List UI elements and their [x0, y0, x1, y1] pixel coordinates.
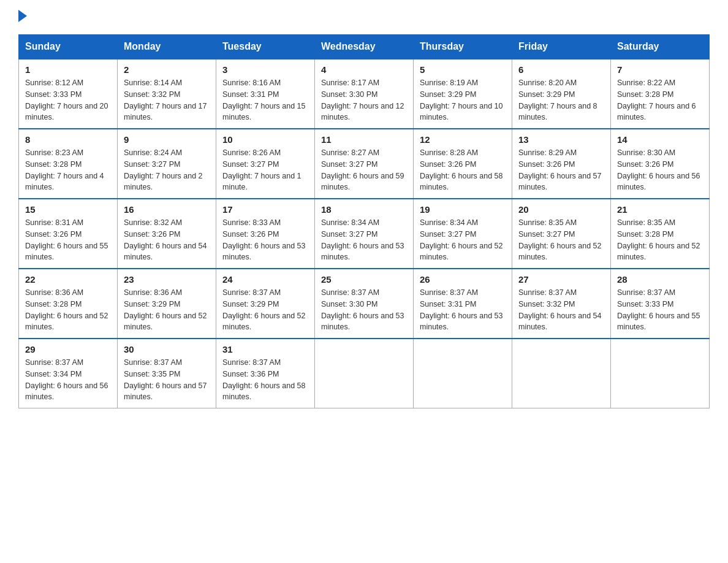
calendar-cell: 29 Sunrise: 8:37 AM Sunset: 3:34 PM Dayl…	[19, 339, 118, 408]
day-number: 16	[124, 204, 210, 215]
calendar-week-1: 1 Sunrise: 8:12 AM Sunset: 3:33 PM Dayli…	[19, 59, 710, 129]
day-number: 21	[617, 204, 703, 215]
day-info: Sunrise: 8:27 AM Sunset: 3:27 PM Dayligh…	[321, 147, 407, 193]
calendar-week-4: 22 Sunrise: 8:36 AM Sunset: 3:28 PM Dayl…	[19, 269, 710, 339]
day-info: Sunrise: 8:23 AM Sunset: 3:28 PM Dayligh…	[25, 147, 111, 193]
logo-triangle-icon	[18, 10, 27, 22]
calendar-cell	[611, 339, 710, 408]
calendar-cell: 12 Sunrise: 8:28 AM Sunset: 3:26 PM Dayl…	[414, 129, 512, 199]
calendar-cell: 13 Sunrise: 8:29 AM Sunset: 3:26 PM Dayl…	[512, 129, 611, 199]
weekday-header-thursday: Thursday	[414, 35, 512, 59]
calendar-cell: 18 Sunrise: 8:34 AM Sunset: 3:27 PM Dayl…	[315, 199, 414, 269]
calendar-cell: 25 Sunrise: 8:37 AM Sunset: 3:30 PM Dayl…	[315, 269, 414, 339]
day-number: 20	[518, 204, 604, 215]
calendar-cell: 11 Sunrise: 8:27 AM Sunset: 3:27 PM Dayl…	[315, 129, 414, 199]
calendar-cell: 19 Sunrise: 8:34 AM Sunset: 3:27 PM Dayl…	[414, 199, 512, 269]
day-info: Sunrise: 8:34 AM Sunset: 3:27 PM Dayligh…	[321, 217, 407, 263]
day-info: Sunrise: 8:37 AM Sunset: 3:35 PM Dayligh…	[124, 357, 210, 403]
day-info: Sunrise: 8:37 AM Sunset: 3:31 PM Dayligh…	[420, 287, 506, 333]
day-number: 27	[518, 274, 604, 285]
calendar-cell: 30 Sunrise: 8:37 AM Sunset: 3:35 PM Dayl…	[118, 339, 216, 408]
day-info: Sunrise: 8:36 AM Sunset: 3:28 PM Dayligh…	[25, 287, 111, 333]
calendar-cell: 2 Sunrise: 8:14 AM Sunset: 3:32 PM Dayli…	[118, 59, 216, 129]
calendar-cell: 8 Sunrise: 8:23 AM Sunset: 3:28 PM Dayli…	[19, 129, 118, 199]
day-number: 9	[124, 134, 210, 145]
day-number: 29	[25, 344, 111, 354]
day-info: Sunrise: 8:26 AM Sunset: 3:27 PM Dayligh…	[222, 147, 308, 193]
day-number: 22	[25, 274, 111, 285]
weekday-header-sunday: Sunday	[19, 35, 118, 59]
day-info: Sunrise: 8:12 AM Sunset: 3:33 PM Dayligh…	[25, 77, 111, 123]
calendar-cell: 26 Sunrise: 8:37 AM Sunset: 3:31 PM Dayl…	[414, 269, 512, 339]
logo-line1	[18, 12, 27, 22]
day-info: Sunrise: 8:14 AM Sunset: 3:32 PM Dayligh…	[124, 77, 210, 123]
day-info: Sunrise: 8:20 AM Sunset: 3:29 PM Dayligh…	[518, 77, 604, 123]
day-info: Sunrise: 8:37 AM Sunset: 3:30 PM Dayligh…	[321, 287, 407, 333]
calendar-cell: 28 Sunrise: 8:37 AM Sunset: 3:33 PM Dayl…	[611, 269, 710, 339]
day-info: Sunrise: 8:17 AM Sunset: 3:30 PM Dayligh…	[321, 77, 407, 123]
day-number: 30	[124, 344, 210, 354]
day-number: 1	[25, 64, 111, 75]
calendar-cell: 23 Sunrise: 8:36 AM Sunset: 3:29 PM Dayl…	[118, 269, 216, 339]
calendar-body: 1 Sunrise: 8:12 AM Sunset: 3:33 PM Dayli…	[19, 59, 710, 408]
calendar-cell: 3 Sunrise: 8:16 AM Sunset: 3:31 PM Dayli…	[216, 59, 315, 129]
weekday-header-tuesday: Tuesday	[216, 35, 315, 59]
calendar-week-2: 8 Sunrise: 8:23 AM Sunset: 3:28 PM Dayli…	[19, 129, 710, 199]
day-info: Sunrise: 8:35 AM Sunset: 3:27 PM Dayligh…	[518, 217, 604, 263]
day-number: 26	[420, 274, 506, 285]
day-number: 2	[124, 64, 210, 75]
day-number: 13	[518, 134, 604, 145]
day-info: Sunrise: 8:33 AM Sunset: 3:26 PM Dayligh…	[222, 217, 308, 263]
day-info: Sunrise: 8:16 AM Sunset: 3:31 PM Dayligh…	[222, 77, 308, 123]
day-number: 23	[124, 274, 210, 285]
calendar-cell: 14 Sunrise: 8:30 AM Sunset: 3:26 PM Dayl…	[611, 129, 710, 199]
calendar-cell: 31 Sunrise: 8:37 AM Sunset: 3:36 PM Dayl…	[216, 339, 315, 408]
day-info: Sunrise: 8:37 AM Sunset: 3:32 PM Dayligh…	[518, 287, 604, 333]
page-header	[18, 12, 710, 22]
calendar-cell	[512, 339, 611, 408]
calendar-table: SundayMondayTuesdayWednesdayThursdayFrid…	[18, 34, 710, 408]
day-info: Sunrise: 8:37 AM Sunset: 3:34 PM Dayligh…	[25, 357, 111, 403]
day-info: Sunrise: 8:30 AM Sunset: 3:26 PM Dayligh…	[617, 147, 703, 193]
day-info: Sunrise: 8:34 AM Sunset: 3:27 PM Dayligh…	[420, 217, 506, 263]
day-number: 3	[222, 64, 308, 75]
calendar-cell: 15 Sunrise: 8:31 AM Sunset: 3:26 PM Dayl…	[19, 199, 118, 269]
calendar-cell: 10 Sunrise: 8:26 AM Sunset: 3:27 PM Dayl…	[216, 129, 315, 199]
day-info: Sunrise: 8:19 AM Sunset: 3:29 PM Dayligh…	[420, 77, 506, 123]
calendar-cell: 5 Sunrise: 8:19 AM Sunset: 3:29 PM Dayli…	[414, 59, 512, 129]
weekday-header-row: SundayMondayTuesdayWednesdayThursdayFrid…	[19, 35, 710, 59]
calendar-cell: 1 Sunrise: 8:12 AM Sunset: 3:33 PM Dayli…	[19, 59, 118, 129]
day-info: Sunrise: 8:37 AM Sunset: 3:33 PM Dayligh…	[617, 287, 703, 333]
day-info: Sunrise: 8:22 AM Sunset: 3:28 PM Dayligh…	[617, 77, 703, 123]
calendar-cell: 9 Sunrise: 8:24 AM Sunset: 3:27 PM Dayli…	[118, 129, 216, 199]
day-info: Sunrise: 8:36 AM Sunset: 3:29 PM Dayligh…	[124, 287, 210, 333]
day-number: 31	[222, 344, 308, 354]
calendar-cell	[414, 339, 512, 408]
calendar-cell: 4 Sunrise: 8:17 AM Sunset: 3:30 PM Dayli…	[315, 59, 414, 129]
weekday-header-friday: Friday	[512, 35, 611, 59]
calendar-cell: 24 Sunrise: 8:37 AM Sunset: 3:29 PM Dayl…	[216, 269, 315, 339]
day-number: 28	[617, 274, 703, 285]
calendar-week-5: 29 Sunrise: 8:37 AM Sunset: 3:34 PM Dayl…	[19, 339, 710, 408]
day-number: 8	[25, 134, 111, 145]
calendar-cell: 6 Sunrise: 8:20 AM Sunset: 3:29 PM Dayli…	[512, 59, 611, 129]
day-number: 19	[420, 204, 506, 215]
calendar-cell: 16 Sunrise: 8:32 AM Sunset: 3:26 PM Dayl…	[118, 199, 216, 269]
calendar-cell: 22 Sunrise: 8:36 AM Sunset: 3:28 PM Dayl…	[19, 269, 118, 339]
day-number: 6	[518, 64, 604, 75]
day-info: Sunrise: 8:29 AM Sunset: 3:26 PM Dayligh…	[518, 147, 604, 193]
day-number: 18	[321, 204, 407, 215]
day-number: 14	[617, 134, 703, 145]
day-info: Sunrise: 8:37 AM Sunset: 3:29 PM Dayligh…	[222, 287, 308, 333]
day-number: 12	[420, 134, 506, 145]
calendar-cell	[315, 339, 414, 408]
weekday-header-monday: Monday	[118, 35, 216, 59]
logo-combined	[18, 12, 27, 22]
day-number: 25	[321, 274, 407, 285]
calendar-cell: 27 Sunrise: 8:37 AM Sunset: 3:32 PM Dayl…	[512, 269, 611, 339]
day-info: Sunrise: 8:32 AM Sunset: 3:26 PM Dayligh…	[124, 217, 210, 263]
day-number: 24	[222, 274, 308, 285]
day-number: 17	[222, 204, 308, 215]
calendar-cell: 21 Sunrise: 8:35 AM Sunset: 3:28 PM Dayl…	[611, 199, 710, 269]
day-number: 15	[25, 204, 111, 215]
